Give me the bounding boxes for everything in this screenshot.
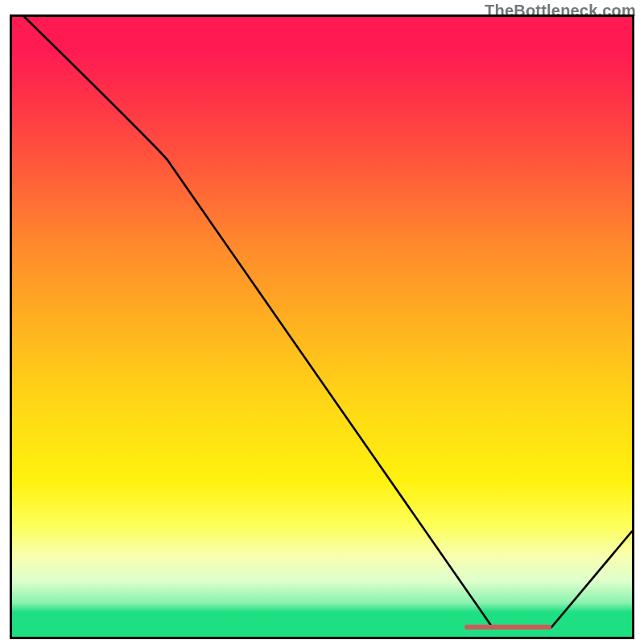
plot-inner: [12, 17, 632, 637]
plot-area: [10, 14, 634, 639]
chart-canvas: TheBottleneck.com: [0, 0, 644, 644]
bottleneck-curve: [12, 17, 632, 637]
optimal-range-marker: [464, 625, 551, 630]
